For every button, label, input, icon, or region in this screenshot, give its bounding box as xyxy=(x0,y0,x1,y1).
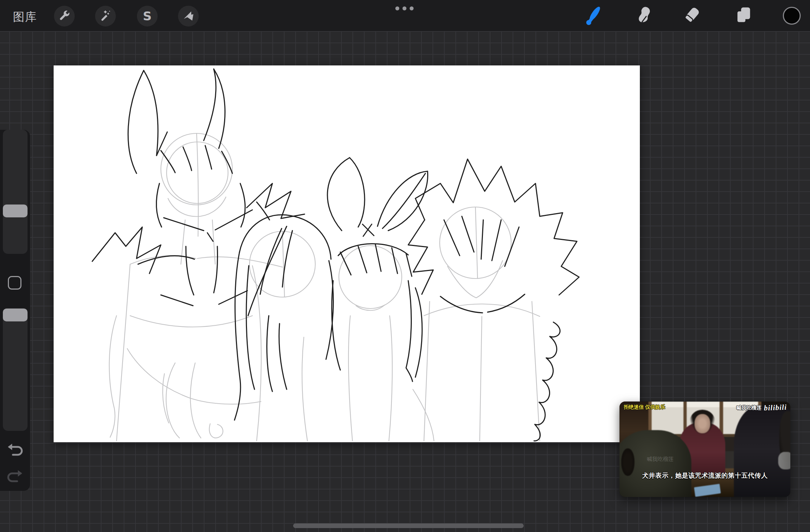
magic-wand-icon xyxy=(99,9,112,23)
layers-button[interactable] xyxy=(732,4,755,27)
eraser-icon xyxy=(682,5,702,27)
color-button[interactable] xyxy=(780,4,803,27)
video-disclaimer-caption: 拒绝迷信 仅供娱乐 xyxy=(624,404,665,410)
video-uploader-badge: 喊我吃榴莲 bilibili xyxy=(736,403,787,412)
brush-opacity-slider[interactable] xyxy=(3,308,28,431)
brush-size-slider[interactable] xyxy=(3,130,28,254)
pip-video-player[interactable]: 拒绝迷信 仅供娱乐 喊我吃榴莲 bilibili 喊我吃榴莲 犬井表示，她是该咒… xyxy=(619,402,790,497)
canvas-sketch xyxy=(54,65,640,442)
selection-s-icon: S xyxy=(143,10,152,22)
actions-button[interactable] xyxy=(54,6,75,26)
adjustments-button[interactable] xyxy=(95,6,116,26)
video-person-right xyxy=(734,405,790,497)
redo-button[interactable] xyxy=(4,468,26,484)
brush-opacity-handle[interactable] xyxy=(3,309,28,321)
wrench-icon xyxy=(58,9,70,23)
video-frame xyxy=(619,402,790,497)
modify-button[interactable] xyxy=(8,276,21,290)
smudge-tool-button[interactable] xyxy=(633,4,656,27)
video-person-left xyxy=(619,430,691,497)
more-options-icon[interactable] xyxy=(395,6,414,10)
video-subtitle: 犬井表示，她是该咒术流派的第十五代传人 xyxy=(619,471,790,480)
paint-tool-button[interactable] xyxy=(582,4,605,27)
erase-tool-button[interactable] xyxy=(681,4,703,27)
brush-size-handle[interactable] xyxy=(3,205,28,217)
layers-icon xyxy=(733,5,754,27)
transform-button[interactable] xyxy=(178,6,199,26)
video-uploader-name: 喊我吃榴莲 xyxy=(736,405,761,411)
bilibili-logo: bilibili xyxy=(764,403,787,413)
home-indicator[interactable] xyxy=(293,523,524,528)
color-swatch xyxy=(783,7,801,25)
drawing-canvas[interactable] xyxy=(54,65,640,442)
brush-sidebar xyxy=(0,130,30,491)
video-watermark: 喊我吃榴莲 xyxy=(647,456,673,463)
smudge-icon xyxy=(634,5,655,27)
top-toolbar: 图库 S xyxy=(0,0,810,31)
gallery-button[interactable]: 图库 xyxy=(13,9,37,25)
redo-arrow-icon xyxy=(4,479,26,485)
paint-brush-icon xyxy=(583,4,604,27)
selection-button[interactable]: S xyxy=(137,6,158,26)
transform-arrow-icon xyxy=(182,9,194,23)
undo-arrow-icon xyxy=(4,453,26,459)
undo-button[interactable] xyxy=(4,442,26,458)
